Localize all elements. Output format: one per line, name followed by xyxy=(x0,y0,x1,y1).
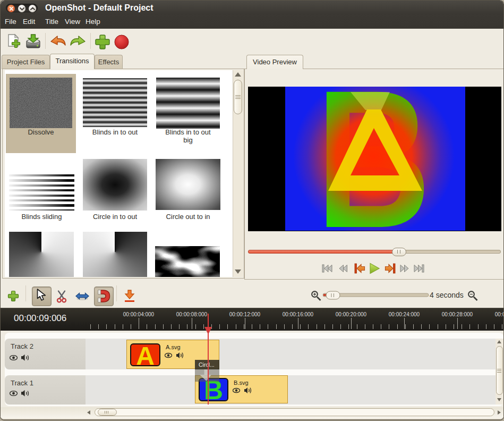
svg-text:4 seconds: 4 seconds xyxy=(430,291,464,299)
